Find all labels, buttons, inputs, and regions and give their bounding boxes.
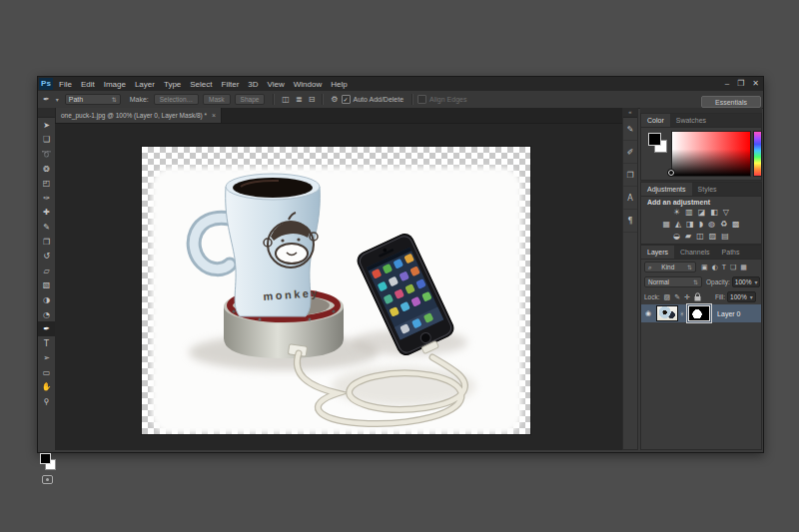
filter-shape-layers-icon[interactable]: ❏ <box>730 264 736 271</box>
workspace-essentials-button[interactable]: Essentials <box>701 96 761 108</box>
foreground-color-swatch[interactable] <box>40 453 51 464</box>
layer-visibility-eye-icon[interactable]: ◉ <box>645 309 651 317</box>
filter-smart-objects-icon[interactable]: ▦ <box>740 264 747 271</box>
menu-help[interactable]: Help <box>331 80 347 89</box>
lock-pixels-icon[interactable]: ✎ <box>674 293 680 301</box>
tool-eyedropper[interactable]: ✑ <box>38 191 55 206</box>
gradient-map-icon[interactable]: ▨ <box>709 232 717 242</box>
levels-icon[interactable]: ▥ <box>685 208 693 218</box>
tool-history-brush[interactable]: ↺ <box>38 249 55 264</box>
make-mask-button[interactable]: Mask <box>203 94 231 105</box>
tool-move[interactable]: ➤ <box>38 118 55 133</box>
layer-thumbnail[interactable] <box>656 305 678 321</box>
exposure-icon[interactable]: ◧ <box>710 208 718 218</box>
hue-ramp[interactable] <box>753 131 762 177</box>
menu-select[interactable]: Select <box>190 80 212 89</box>
tool-clone-stamp[interactable]: ❐ <box>38 235 55 250</box>
tools-panel-grip[interactable] <box>38 108 55 118</box>
blend-mode-select[interactable]: Normal ⇅ <box>644 276 702 287</box>
tool-rectangular-marquee[interactable]: ❏ <box>38 133 55 148</box>
menu-image[interactable]: Image <box>104 80 126 89</box>
channel-mixer-icon[interactable]: ◍ <box>708 220 715 230</box>
tab-adjustments[interactable]: Adjustments <box>641 183 692 196</box>
make-selection-button[interactable]: Selection… <box>154 94 199 105</box>
menu-layer[interactable]: Layer <box>135 80 155 89</box>
threshold-icon[interactable]: ▰ <box>685 232 691 242</box>
pen-tool-preset-icon[interactable]: ✒ <box>43 95 50 104</box>
quick-mask-mode-button[interactable] <box>42 475 53 484</box>
tool-brush[interactable]: ✎ <box>38 220 55 235</box>
tool-spot-healing-brush[interactable]: ✚ <box>38 206 55 221</box>
path-operations-icon[interactable]: ◫ <box>282 95 290 104</box>
brightness-contrast-icon[interactable]: ☀ <box>673 208 680 218</box>
photo-filter-icon[interactable]: ◗ <box>699 220 703 230</box>
black-white-icon[interactable]: ◨ <box>686 220 694 230</box>
document-tab[interactable]: one_puck-1.jpg @ 100% (Layer 0, Layer Ma… <box>56 108 222 123</box>
tool-zoom[interactable]: ⚲ <box>38 394 55 409</box>
path-alignment-icon[interactable]: ≣ <box>296 95 303 104</box>
tab-channels[interactable]: Channels <box>674 246 716 259</box>
expand-panels-icon[interactable]: « <box>623 108 637 118</box>
tool-path-selection[interactable]: ➢ <box>38 351 55 366</box>
posterize-icon[interactable]: ◒ <box>673 232 680 242</box>
color-picker-knob[interactable] <box>667 169 675 177</box>
color-balance-icon[interactable]: ◭ <box>675 220 681 230</box>
auto-add-delete-checkbox[interactable]: ✓ <box>342 95 351 104</box>
menu-file[interactable]: File <box>59 80 72 89</box>
selective-color-icon[interactable]: ◫ <box>696 232 704 242</box>
close-icon[interactable]: ✕ <box>752 79 759 89</box>
tool-eraser[interactable]: ▱ <box>38 264 55 278</box>
filter-adjustment-layers-icon[interactable]: ◐ <box>712 264 718 271</box>
layer-mask-thumbnail[interactable] <box>688 305 710 321</box>
tool-preset-caret-icon[interactable]: ▾ <box>56 96 59 103</box>
menu-type[interactable]: Type <box>164 80 181 89</box>
tool-blur[interactable]: ◑ <box>38 292 55 307</box>
filter-type-layers-icon[interactable]: T <box>722 264 726 270</box>
tool-dodge[interactable]: ◔ <box>38 307 55 322</box>
lock-transparent-icon[interactable]: ▨ <box>664 293 671 301</box>
minimize-icon[interactable]: – <box>725 79 729 89</box>
hue-saturation-icon[interactable]: ▦ <box>662 220 670 230</box>
tool-lasso[interactable]: ➰ <box>38 147 55 162</box>
pen-mode-select[interactable]: Path ⇅ <box>65 94 121 105</box>
layer-row-layer0[interactable]: ◉ ∞ Layer 0 <box>641 304 761 322</box>
brush-presets-panel-icon[interactable]: ✐ <box>623 141 637 164</box>
tab-swatches[interactable]: Swatches <box>670 114 712 127</box>
tool-quick-selection[interactable]: ❂ <box>38 162 55 177</box>
brush-panel-icon[interactable]: ✎ <box>623 118 637 141</box>
menu-view[interactable]: View <box>268 80 285 89</box>
invert-icon[interactable]: ▩ <box>732 220 740 230</box>
tab-paths[interactable]: Paths <box>716 246 746 259</box>
tab-styles[interactable]: Styles <box>692 183 723 196</box>
tab-color[interactable]: Color <box>641 114 670 127</box>
mask-link-icon[interactable]: ∞ <box>679 311 686 316</box>
align-edges-checkbox[interactable] <box>417 95 426 104</box>
paragraph-panel-icon[interactable]: ¶ <box>623 210 637 233</box>
tool-gradient[interactable]: ▧ <box>38 278 55 293</box>
tool-pen-selected[interactable]: ✒ <box>38 321 55 336</box>
document-canvas[interactable]: monkey <box>142 147 530 434</box>
tool-horizontal-type[interactable]: T <box>38 336 55 351</box>
vibrance-icon[interactable]: ▽ <box>723 208 729 218</box>
menu-3d[interactable]: 3D <box>248 80 258 89</box>
restore-icon[interactable]: ❐ <box>737 79 744 89</box>
color-lookup2-icon[interactable]: ▤ <box>721 232 729 242</box>
gear-icon[interactable]: ⚙ <box>331 95 338 104</box>
character-panel-icon[interactable]: A <box>623 187 637 210</box>
filter-pixel-layers-icon[interactable]: ▣ <box>701 264 708 271</box>
tab-layers[interactable]: Layers <box>641 246 674 259</box>
saturation-brightness-field[interactable] <box>671 131 751 177</box>
menu-filter[interactable]: Filter <box>222 80 240 89</box>
lock-all-icon[interactable] <box>694 292 701 301</box>
layer-name[interactable]: Layer 0 <box>717 310 740 317</box>
menu-window[interactable]: Window <box>294 80 322 89</box>
make-shape-button[interactable]: Shape <box>235 94 266 105</box>
color-lookup-icon[interactable]: ♻ <box>720 220 727 230</box>
tool-crop[interactable]: ◰ <box>38 176 55 191</box>
fill-value[interactable]: 100% ▾ <box>727 291 756 302</box>
tab-close-icon[interactable]: × <box>212 112 216 119</box>
clone-source-panel-icon[interactable]: ❐ <box>623 164 637 187</box>
tool-hand[interactable]: ✋ <box>38 380 55 395</box>
menu-edit[interactable]: Edit <box>81 80 95 89</box>
lock-position-icon[interactable]: ✛ <box>684 293 690 301</box>
